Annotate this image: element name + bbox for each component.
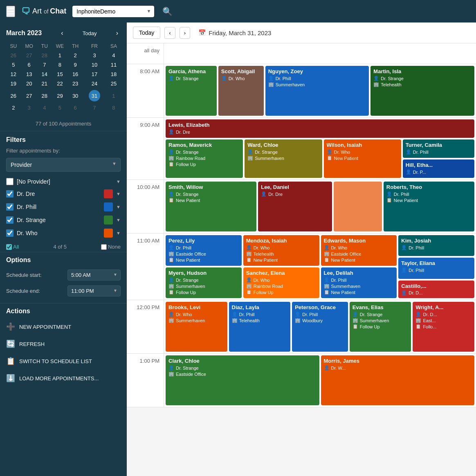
search-icon[interactable]: 🔍 — [162, 7, 173, 16]
cal-day-3-4[interactable]: 23 — [68, 79, 82, 88]
appt-roberts-theo[interactable]: Roberts, Theo 👤 Dr. Phill 📋 New Patient — [384, 182, 474, 231]
cal-day-1-6[interactable]: 11 — [107, 60, 121, 70]
cal-day-4-4[interactable]: 30 — [68, 88, 82, 103]
appt-brooks-levi[interactable]: Brooks, Levi 👤 Dr. Who 🏢 Summerhaven — [166, 302, 227, 352]
appt-diaz-layla[interactable]: Diaz, Layla 👤 Dr. Phill 🏢 Telehealth — [229, 302, 291, 352]
cal-day-3-6[interactable]: 25 — [107, 79, 121, 88]
filter-provider-select[interactable]: Provider — [6, 158, 121, 172]
appt-scott-abigail[interactable]: Scott, Abigail 👤 Dr. Who — [218, 66, 264, 116]
cal-day-3-5[interactable]: 24 — [82, 79, 107, 88]
cal-day-3-3[interactable]: 22 — [52, 79, 68, 88]
appt-martin-isla[interactable]: Martin, Isla 👤 Dr. Strange 🏢 Telehealth — [370, 66, 474, 116]
appt-edwards-mason[interactable]: Edwards, Mason 👤 Dr. Who 🏢 Eastside Offi… — [321, 235, 397, 266]
appt-taylor-eliana[interactable]: Taylor, Eliana 👤 Dr. Phill — [398, 258, 474, 278]
cal-day-3-0[interactable]: 19 — [6, 79, 21, 88]
appt-smith-willow[interactable]: Smith, Willow 👤 Dr. Strange 📋 New Patien… — [166, 182, 256, 231]
schedule-grid[interactable]: all day 8:00 AM Garcia, Athena 👤 Dr. Str… — [127, 43, 476, 476]
cal-day-5-6[interactable]: 8 — [107, 103, 121, 112]
appt-turner-camila[interactable]: Turner, Camila 👤 Dr. Phill — [403, 139, 474, 158]
calendar-prev-button[interactable]: ‹ — [58, 29, 65, 38]
cal-day-1-3[interactable]: 8 — [52, 60, 68, 70]
no-provider-dropdown-icon[interactable]: ▼ — [116, 179, 121, 184]
cal-day-5-2[interactable]: 4 — [38, 103, 52, 112]
appt-castillo[interactable]: Castillo,... 👤 Dr. D... — [398, 281, 474, 298]
load-more-button[interactable]: ⬇️ LOAD MORE APPOINTMENTS... — [6, 370, 121, 387]
calendar-today-button[interactable]: Today — [83, 30, 97, 36]
appt-kim-josiah[interactable]: Kim, Josiah 👤 Dr. Phill — [398, 235, 474, 256]
dr-phill-dropdown-icon[interactable]: ▼ — [116, 204, 121, 209]
appt-10am-empty[interactable] — [334, 182, 382, 231]
cal-day-0-1[interactable]: 27 — [21, 51, 38, 60]
cal-day-4-5[interactable]: 31 — [82, 88, 107, 103]
schedule-end-select[interactable]: 11:00 PM — [67, 285, 121, 296]
cal-day-0-4[interactable]: 2 — [68, 51, 82, 60]
dr-dre-dropdown-icon[interactable]: ▼ — [116, 191, 121, 196]
schedule-start-select[interactable]: 5:00 AM — [67, 269, 121, 281]
no-provider-checkbox[interactable] — [6, 178, 13, 185]
switch-to-schedule-button[interactable]: 📋 SWITCH TO SCHEDULE LIST — [6, 353, 121, 370]
cal-day-4-1[interactable]: 27 — [21, 88, 38, 103]
none-checkbox[interactable] — [101, 244, 107, 250]
cal-day-0-0[interactable]: 26 — [6, 51, 21, 60]
dr-strange-dropdown-icon[interactable]: ▼ — [116, 218, 121, 222]
cal-day-1-5[interactable]: 10 — [82, 60, 107, 70]
appt-sanchez-elena[interactable]: Sanchez, Elena 👤 Dr. Who 🏢 Rainbow Road … — [243, 267, 319, 298]
cal-day-5-1[interactable]: 3 — [21, 103, 38, 112]
cal-day-4-2[interactable]: 28 — [38, 88, 52, 103]
appt-wilson-isaiah[interactable]: Wilson, Isaiah 👤 Dr. Who 📋 New Patient — [324, 139, 401, 178]
appt-evans-elias[interactable]: Evans, Elias 👤 Dr. Strange 🏢 Summerhaven… — [350, 302, 411, 352]
cal-day-4-0[interactable]: 26 — [6, 88, 21, 103]
cal-day-5-4[interactable]: 6 — [68, 103, 82, 112]
cal-day-2-5[interactable]: 17 — [82, 70, 107, 79]
appt-myers-hudson[interactable]: Myers, Hudson 👤 Dr. Strange 🏢 Summerhave… — [166, 267, 242, 298]
appt-peterson-grace[interactable]: Peterson, Grace 👤 Dr. Phill 🏢 Woodbury — [292, 302, 348, 352]
cal-day-4-6[interactable]: 1 — [107, 88, 121, 103]
cal-day-5-0[interactable]: 2 — [6, 103, 21, 112]
cal-day-2-1[interactable]: 13 — [21, 70, 38, 79]
cal-day-1-2[interactable]: 7 — [38, 60, 52, 70]
appt-morris-james[interactable]: Morris, James 👤 Dr. W... — [321, 355, 475, 405]
appt-wright[interactable]: Wright, A... 👤 Dr. D... 🏢 East... 📋 Foll… — [413, 302, 474, 352]
none-providers-link[interactable]: None — [101, 244, 121, 250]
calendar-next-button[interactable]: › — [114, 29, 121, 38]
appt-nguyen-zoey[interactable]: Nguyen, Zoey 👤 Dr. Phill 🏢 Summerhaven — [265, 66, 369, 116]
appt-lee-delilah[interactable]: Lee, Delilah 👤 Dr. Phill 🏢 Summerhaven 📋… — [321, 267, 397, 298]
menu-button[interactable]: ☰ — [6, 6, 15, 17]
cal-day-5-3[interactable]: 5 — [52, 103, 68, 112]
next-day-button[interactable]: › — [180, 27, 190, 39]
cal-day-4-3[interactable]: 29 — [52, 88, 68, 103]
cal-day-3-1[interactable]: 20 — [21, 79, 38, 88]
today-button[interactable]: Today — [133, 27, 160, 39]
cal-day-0-6[interactable]: 4 — [107, 51, 121, 60]
appt-lewis-elizabeth[interactable]: Lewis, Elizabeth 👤 Dr. Dre — [166, 119, 474, 138]
cal-day-0-5[interactable]: 3 — [82, 51, 107, 60]
cal-day-2-0[interactable]: 12 — [6, 70, 21, 79]
appt-mendoza-isaiah[interactable]: Mendoza, Isaiah 👤 Dr. Who 🏢 Telehealth 📋… — [243, 235, 319, 266]
appt-garcia-athena[interactable]: Garcia, Athena 👤 Dr. Strange — [166, 66, 217, 116]
dr-strange-checkbox[interactable] — [6, 216, 13, 224]
cal-day-0-2[interactable]: 28 — [38, 51, 52, 60]
all-checkbox[interactable] — [6, 244, 12, 250]
new-appointment-button[interactable]: ➕ NEW APPOINTMENT — [6, 318, 121, 335]
refresh-button[interactable]: 🔄 REFRESH — [6, 335, 121, 353]
demo-selector[interactable]: InphoniteDemo — [72, 6, 154, 17]
cal-day-1-4[interactable]: 9 — [68, 60, 82, 70]
cal-day-2-6[interactable]: 18 — [107, 70, 121, 79]
cal-day-0-3[interactable]: 1 — [52, 51, 68, 60]
appt-ward-chloe[interactable]: Ward, Chloe 👤 Dr. Strange 🏢 Summerhaven — [245, 139, 322, 178]
dr-phill-checkbox[interactable] — [6, 203, 13, 211]
appt-hill-etha[interactable]: Hill, Etha... 👤 Dr. P... — [403, 159, 474, 178]
dr-who-checkbox[interactable] — [6, 229, 13, 237]
cal-day-3-2[interactable]: 21 — [38, 79, 52, 88]
cal-day-2-3[interactable]: 15 — [52, 70, 68, 79]
appt-perez-lily[interactable]: Perez, Lily 👤 Dr. Phill 🏢 Eastside Offic… — [166, 235, 242, 266]
cal-day-2-2[interactable]: 14 — [38, 70, 52, 79]
prev-day-button[interactable]: ‹ — [164, 27, 175, 39]
appt-lee-daniel[interactable]: Lee, Daniel 👤 Dr. Dre — [258, 182, 332, 231]
all-providers-link[interactable]: All — [6, 244, 19, 250]
dr-dre-checkbox[interactable] — [6, 190, 13, 198]
appt-ramos-maverick[interactable]: Ramos, Maverick 👤 Dr. Strange 🏢 Rainbow … — [166, 139, 243, 178]
cal-day-1-0[interactable]: 5 — [6, 60, 21, 70]
cal-day-5-5[interactable]: 7 — [82, 103, 107, 112]
dr-who-dropdown-icon[interactable]: ▼ — [116, 231, 121, 236]
